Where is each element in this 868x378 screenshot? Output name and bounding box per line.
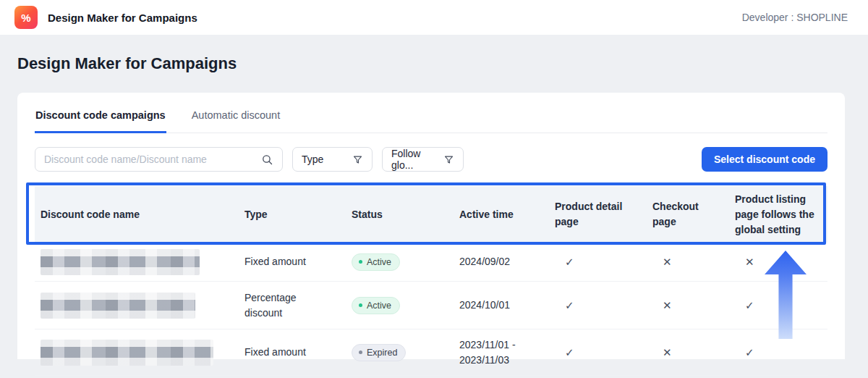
cell-active-time: 2023/11/01 - 2023/11/03 xyxy=(454,337,549,368)
follow-global-filter-dropdown[interactable]: Follow glo... xyxy=(382,147,464,172)
column-header-0: Discount code name xyxy=(35,207,239,222)
status-label: Active xyxy=(367,257,391,267)
check-icon: ✓ xyxy=(565,299,574,311)
cell-product-detail-page: ✓ xyxy=(549,299,647,312)
cell-product-listing-follows-global: ✓ xyxy=(729,299,827,312)
column-header-2: Status xyxy=(346,207,454,222)
cell-discount-code-name xyxy=(35,293,239,319)
column-header-3: Active time xyxy=(454,207,549,222)
column-header-1: Type xyxy=(239,207,346,222)
developer-account-label: Developer : SHOPLINE xyxy=(742,12,848,23)
check-icon: ✓ xyxy=(745,346,754,358)
redacted-discount-name xyxy=(41,340,213,366)
column-header-6: Product listing page follows the global … xyxy=(729,192,827,238)
type-label: Percentage discount xyxy=(244,290,317,321)
status-badge: Active xyxy=(352,297,400,314)
cell-status: Expired xyxy=(346,344,454,361)
search-input[interactable] xyxy=(44,154,261,165)
cell-status: Active xyxy=(346,253,454,271)
cell-type: Fixed amount xyxy=(239,254,346,269)
check-icon: ✓ xyxy=(565,256,574,268)
campaigns-card: Discount code campaigns Automatic discou… xyxy=(17,93,845,359)
cell-type: Percentage discount xyxy=(239,290,346,321)
cell-product-detail-page: ✓ xyxy=(549,256,647,269)
select-discount-code-button[interactable]: Select discount code xyxy=(702,147,827,172)
check-icon: ✓ xyxy=(745,299,754,311)
status-label: Expired xyxy=(367,348,397,358)
table-row[interactable]: Fixed amountActive2024/09/02✓✕✕ xyxy=(35,243,827,282)
cell-active-time: 2024/10/01 xyxy=(454,298,549,313)
cell-active-time: 2024/09/02 xyxy=(454,254,549,269)
cross-icon: ✕ xyxy=(663,346,672,358)
search-box[interactable] xyxy=(35,147,283,172)
cell-checkout-page: ✕ xyxy=(647,256,729,269)
page-title: Design Maker for Campaigns xyxy=(0,35,868,74)
cell-discount-code-name xyxy=(35,249,239,275)
status-dot-icon xyxy=(359,260,362,264)
app-logo-percent-icon: % xyxy=(14,6,38,29)
status-badge: Expired xyxy=(352,344,406,361)
table-row[interactable]: Fixed amountExpired2023/11/01 - 2023/11/… xyxy=(35,329,827,376)
table-row[interactable]: Percentage discountActive2024/10/01✓✕✓ xyxy=(35,282,827,329)
column-header-4: Product detail page xyxy=(549,199,647,230)
type-label: Fixed amount xyxy=(244,345,306,360)
cell-type: Fixed amount xyxy=(239,345,346,360)
filter-funnel-icon xyxy=(443,154,454,165)
filter-row: Type Follow glo... Select discount code xyxy=(35,147,827,172)
redacted-discount-name xyxy=(41,249,200,275)
cell-product-detail-page: ✓ xyxy=(549,346,647,359)
campaigns-table: Discount code nameTypeStatusActive timeP… xyxy=(35,186,827,376)
status-label: Active xyxy=(367,301,391,311)
cell-product-listing-follows-global: ✓ xyxy=(729,346,827,359)
search-icon xyxy=(261,154,273,166)
table-body: Fixed amountActive2024/09/02✓✕✕Percentag… xyxy=(35,243,827,376)
status-badge: Active xyxy=(352,253,400,271)
cross-icon: ✕ xyxy=(663,256,672,268)
cell-product-listing-follows-global: ✕ xyxy=(729,256,827,269)
redacted-discount-name xyxy=(41,293,195,319)
cell-checkout-page: ✕ xyxy=(647,346,729,359)
table-header-row: Discount code nameTypeStatusActive timeP… xyxy=(35,186,827,243)
cell-checkout-page: ✕ xyxy=(647,299,729,312)
type-label: Fixed amount xyxy=(244,254,306,269)
type-filter-dropdown[interactable]: Type xyxy=(292,147,373,172)
status-dot-icon xyxy=(359,303,362,307)
tab-discount-code-campaigns[interactable]: Discount code campaigns xyxy=(35,109,166,133)
app-title: Design Maker for Campaigns xyxy=(48,12,197,24)
status-dot-icon xyxy=(359,350,362,354)
filter-funnel-icon xyxy=(352,154,363,165)
cross-icon: ✕ xyxy=(663,299,672,311)
cross-icon: ✕ xyxy=(745,256,754,268)
column-header-5: Checkout page xyxy=(647,199,729,230)
tab-bar: Discount code campaigns Automatic discou… xyxy=(35,93,827,133)
type-filter-label: Type xyxy=(302,154,323,165)
follow-global-filter-label: Follow glo... xyxy=(391,148,433,171)
check-icon: ✓ xyxy=(565,346,574,358)
cell-discount-code-name xyxy=(35,340,239,366)
topbar: % Design Maker for Campaigns Developer :… xyxy=(0,0,868,35)
tab-automatic-discount[interactable]: Automatic discount xyxy=(191,109,281,133)
cell-status: Active xyxy=(346,297,454,314)
